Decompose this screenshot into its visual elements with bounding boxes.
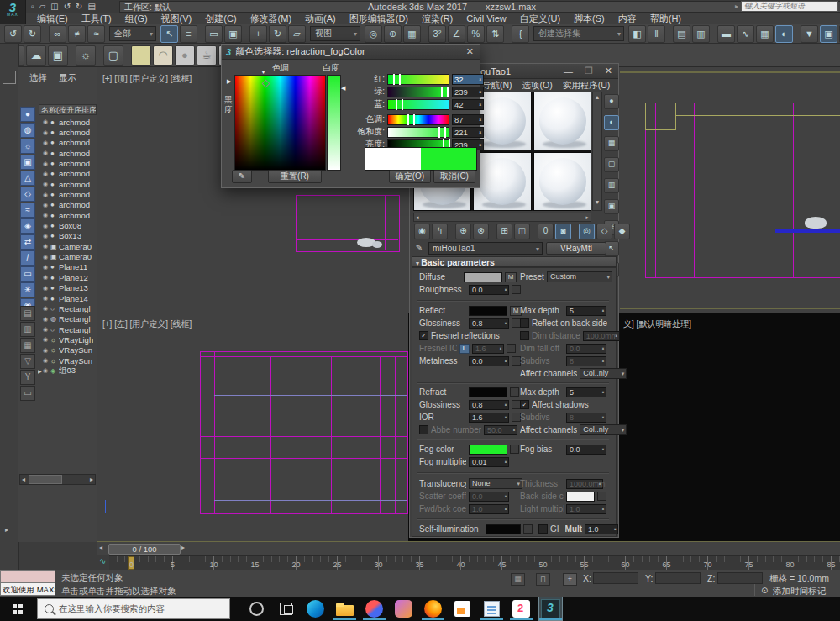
dim-distance-checkbox[interactable]: [520, 331, 529, 340]
scene-object-row[interactable]: ▶ ◉ ● archmod: [38, 179, 97, 189]
scene-object-row[interactable]: ▶ ◉ ◈ 组03: [38, 366, 97, 376]
docs-app-icon[interactable]: [451, 597, 474, 620]
menu-item[interactable]: 修改器(M): [244, 13, 299, 25]
visibility-eye-icon[interactable]: ◉: [43, 202, 50, 208]
frame-back-icon[interactable]: ◂: [99, 544, 102, 551]
scene-object-row[interactable]: ▶ ◉ ● archmod: [38, 148, 97, 158]
backlight-icon[interactable]: ◐: [604, 115, 619, 130]
metalness-value[interactable]: 0.0: [469, 356, 509, 366]
render-setup-icon[interactable]: ▼: [801, 25, 818, 43]
refract-affect-channels-dropdown[interactable]: Col..nly: [580, 424, 627, 435]
display-groups-icon[interactable]: ◈: [20, 218, 35, 234]
max-depth-value[interactable]: 5: [566, 306, 606, 316]
go-forward-sibling-icon[interactable]: ◆: [614, 224, 630, 239]
menu-item[interactable]: 编辑(E): [30, 13, 75, 25]
menu-item[interactable]: 脚本(S): [567, 13, 612, 25]
track-bar[interactable]: 0510152025303540455055606570758085: [109, 555, 840, 571]
keyboard-override-icon[interactable]: ▦: [403, 25, 421, 43]
menu-item[interactable]: 内容: [612, 13, 643, 25]
material-name-dropdown[interactable]: miHouTao1: [428, 242, 543, 255]
display-all-icon[interactable]: ●: [20, 107, 35, 122]
display-xrefs-icon[interactable]: ⇄: [20, 234, 35, 250]
filter-selection-icon[interactable]: Y: [20, 370, 35, 385]
teapot-swatch-icon[interactable]: ☕: [197, 45, 217, 66]
task-view-icon[interactable]: [275, 597, 297, 620]
snaps-toggle-3d-icon[interactable]: 3²: [428, 25, 446, 43]
light-lister-icon[interactable]: ☼: [76, 45, 96, 66]
affect-shadows-checkbox[interactable]: [520, 400, 529, 409]
saturation-value[interactable]: 221: [452, 127, 484, 138]
red-value[interactable]: 32: [452, 74, 484, 85]
slider-handle[interactable]: [441, 87, 449, 97]
scene-object-row[interactable]: ▶ ◉ ● archmod: [38, 200, 97, 210]
visibility-eye-icon[interactable]: ◉: [43, 171, 50, 177]
scene-object-row[interactable]: ▶ ◉ ● archmod: [38, 189, 97, 199]
menu-item[interactable]: 帮助(H): [643, 13, 688, 25]
display-geometry-icon[interactable]: ◍: [20, 123, 35, 138]
maximize-icon[interactable]: ❐: [579, 66, 599, 76]
redo-icon[interactable]: ↻: [24, 25, 41, 43]
visibility-eye-icon[interactable]: ◉: [43, 233, 50, 239]
pick-material-eyedropper-icon[interactable]: ✎: [413, 243, 425, 253]
angle-snap-icon[interactable]: ∠: [448, 25, 465, 43]
preset-dropdown[interactable]: Custom: [547, 271, 612, 282]
get-material-icon[interactable]: ◉: [414, 224, 430, 239]
slots-v-scrollbar[interactable]: ▲▼: [592, 92, 602, 211]
menu-item[interactable]: 创建(C): [198, 13, 243, 25]
scatter-coeff-value[interactable]: 0.0: [469, 492, 509, 502]
slider-handle[interactable]: [438, 127, 446, 138]
mirror-icon[interactable]: ◧: [628, 25, 646, 43]
viewport-top-label[interactable]: [+] [顶] [用户定义] [线框]: [102, 73, 192, 85]
visibility-eye-icon[interactable]: ◉: [43, 254, 50, 261]
select-and-rotate-icon[interactable]: ↻: [269, 25, 286, 43]
visibility-eye-icon[interactable]: ◉: [43, 181, 50, 187]
thickness-value[interactable]: 1000.0mm: [566, 479, 603, 489]
menu-item[interactable]: 动画(A): [298, 13, 343, 25]
fog-color-map-slot[interactable]: [510, 445, 519, 454]
close-icon[interactable]: ✕: [599, 66, 618, 76]
unlink-selection-icon[interactable]: ≠: [68, 25, 86, 43]
display-shapes-icon[interactable]: ◇: [20, 187, 35, 202]
scene-explorer-toggle-icon[interactable]: ▥: [692, 25, 710, 43]
translucency-dropdown[interactable]: None: [469, 478, 522, 489]
roughness-map-slot[interactable]: [512, 285, 521, 294]
refract-subdivs-value[interactable]: 8: [566, 413, 606, 423]
ok-button[interactable]: 确定(O): [389, 170, 431, 183]
menu-item[interactable]: 渲染(R): [415, 13, 459, 25]
x-coordinate-field[interactable]: [593, 572, 638, 584]
use-pivot-center-icon[interactable]: ◎: [365, 25, 382, 43]
curve-editor-icon[interactable]: ∿: [737, 25, 754, 43]
visibility-eye-icon[interactable]: ◉: [43, 161, 50, 167]
scene-object-row[interactable]: ▶ ◉ ● archmod: [38, 117, 97, 127]
scene-object-row[interactable]: ▶ ◉ ● archmod: [38, 169, 97, 179]
notes-app-icon[interactable]: [480, 597, 503, 620]
mini-curve-editor-icon[interactable]: ∿: [99, 556, 106, 566]
ior-value[interactable]: 1.6: [469, 413, 509, 423]
scene-object-row[interactable]: ▶ ◉ ● Box13: [38, 231, 97, 241]
scene-object-row[interactable]: ▶ ◉ ● Plane11: [38, 262, 97, 272]
refract-max-depth-value[interactable]: 5: [566, 387, 606, 397]
add-time-tag-icon[interactable]: ⊙: [761, 586, 768, 595]
design-app-icon[interactable]: [392, 597, 415, 620]
max-taskbar-icon[interactable]: [539, 597, 562, 620]
roughness-value[interactable]: 0.0: [469, 285, 509, 295]
open-file-icon[interactable]: ▱: [39, 2, 46, 11]
display-bones-icon[interactable]: /: [20, 250, 35, 266]
refract-color-swatch[interactable]: [469, 387, 507, 397]
bind-to-spacewarp-icon[interactable]: ≈: [87, 25, 105, 43]
percent-snap-icon[interactable]: %: [467, 25, 485, 43]
scene-object-row[interactable]: ▶ ◉ ☼ VRaySun: [38, 345, 97, 355]
menu-item[interactable]: 工具(T): [75, 13, 118, 25]
scene-object-row[interactable]: ▶ ◉ ● Plane13: [38, 283, 97, 293]
filter-funnel-icon[interactable]: ▽: [20, 354, 35, 369]
camera-slate-icon[interactable]: ▢: [103, 45, 123, 66]
start-button-icon[interactable]: [0, 597, 37, 621]
glossiness-value[interactable]: 0.8: [469, 318, 509, 329]
material-slot[interactable]: [473, 152, 531, 211]
undo-icon[interactable]: ↺: [4, 25, 22, 43]
environment-icon[interactable]: ☁: [26, 45, 46, 66]
material-slot[interactable]: [533, 152, 591, 211]
scroll-left-icon[interactable]: ◂: [20, 476, 27, 483]
back-side-color-swatch[interactable]: [566, 492, 595, 502]
scene-object-row[interactable]: ▶ ◉ ▣ Camera0: [38, 251, 97, 261]
